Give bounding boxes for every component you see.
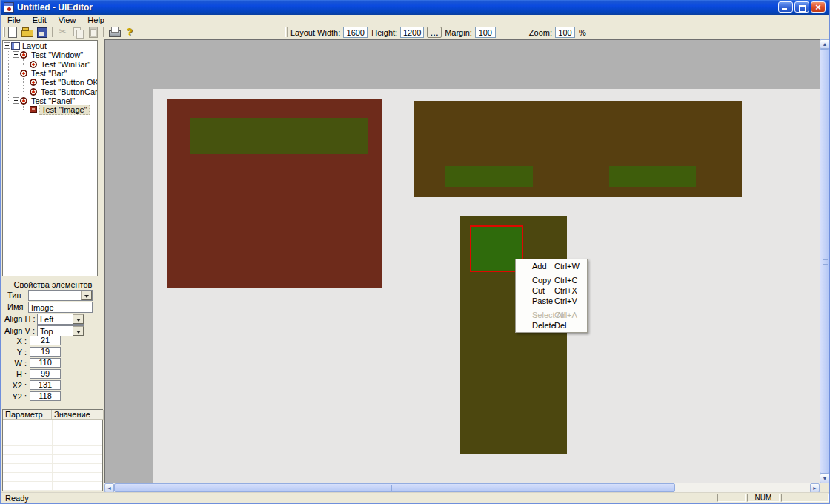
vertical-scrollbar[interactable]: ▲ ▼ <box>820 39 830 483</box>
chevron-down-icon[interactable] <box>73 326 84 336</box>
restore-button[interactable] <box>794 1 809 13</box>
scroll-down-button[interactable]: ▼ <box>820 474 830 483</box>
design-canvas[interactable]: AddCtrl+WCopyCtrl+CCutCtrl+XPasteCtrl+VS… <box>104 39 820 483</box>
layout-tree[interactable]: LayoutTest "Window"Test "WinBar"Test "Ba… <box>2 40 98 276</box>
widget-button-cancel[interactable] <box>609 166 696 187</box>
tree-item[interactable]: Test "Window" <box>3 50 97 59</box>
param-column-header[interactable]: Параметр <box>3 410 52 420</box>
save-icon[interactable] <box>36 26 48 38</box>
tree-item[interactable]: Layout <box>3 42 97 50</box>
value-column-header[interactable]: Значение <box>52 410 104 420</box>
coord-input-y[interactable]: 19 <box>30 347 61 357</box>
toolbar-gripper[interactable] <box>285 27 288 37</box>
chevron-down-icon[interactable] <box>73 314 84 324</box>
open-icon[interactable] <box>21 26 33 38</box>
tree-item[interactable]: Test "Button OK" <box>3 78 97 87</box>
table-row[interactable] <box>3 437 102 446</box>
name-label: Имя <box>7 302 23 311</box>
tree-expander-icon[interactable] <box>13 97 19 104</box>
table-row[interactable] <box>3 446 102 455</box>
tree-item-label[interactable]: Layout <box>21 42 48 50</box>
zoom-label: Zoom: <box>529 28 552 37</box>
tree-expander-icon[interactable] <box>4 42 10 49</box>
table-row[interactable] <box>3 420 102 428</box>
tree-item[interactable]: Test "Bar" <box>3 69 97 78</box>
tree-item-label[interactable]: Test "Window" <box>30 50 84 59</box>
menu-separator <box>517 308 585 308</box>
toolbar-gripper[interactable] <box>3 27 5 37</box>
coord-input-y2[interactable]: 118 <box>30 391 61 401</box>
browse-button[interactable]: ... <box>427 27 442 38</box>
tree-item-label[interactable]: Test "ButtonCancel" <box>39 87 98 96</box>
coord-input-h[interactable]: 99 <box>30 369 61 379</box>
type-combobox[interactable] <box>28 290 93 301</box>
margin-input[interactable] <box>475 27 496 38</box>
vertical-scroll-thumb[interactable] <box>820 49 829 474</box>
tree-item-label[interactable]: Test "Bar" <box>30 69 68 78</box>
coord-input-x2[interactable]: 131 <box>30 380 61 390</box>
layout-width-input[interactable] <box>343 27 368 38</box>
zoom-input[interactable] <box>555 27 575 38</box>
coord-label: Y : <box>1 348 27 357</box>
widget-button-ok[interactable] <box>445 166 533 187</box>
table-row[interactable] <box>3 464 102 473</box>
menu-item-help[interactable]: Help <box>82 16 110 25</box>
context-menu-item-cut[interactable]: CutCtrl+X <box>516 285 587 296</box>
tree-item-label[interactable]: Test "Image" <box>39 105 90 115</box>
help-icon[interactable] <box>123 26 136 38</box>
tree-item-label[interactable]: Test "WinBar" <box>39 60 92 69</box>
tree-item[interactable]: Test "WinBar" <box>3 60 97 69</box>
height-label: Height: <box>371 28 397 37</box>
tree-item[interactable]: Test "Image" <box>3 105 97 114</box>
align-v-combobox[interactable]: Top <box>37 325 84 336</box>
height-input[interactable] <box>400 27 424 38</box>
type-label: Тип <box>7 291 21 299</box>
minimize-button[interactable] <box>778 1 793 13</box>
table-row[interactable] <box>3 473 102 482</box>
context-menu-item-delete[interactable]: DeleteDel <box>516 320 587 331</box>
name-input[interactable] <box>28 302 93 313</box>
app-icon <box>4 2 14 13</box>
coord-label: W : <box>1 359 27 368</box>
widget-icon <box>20 97 27 105</box>
context-menu-item-add[interactable]: AddCtrl+W <box>516 261 587 271</box>
thumb-grip <box>391 485 398 491</box>
coord-label: H : <box>1 370 27 379</box>
coord-input-w[interactable]: 110 <box>30 358 61 368</box>
menu-item-view[interactable]: View <box>53 16 82 25</box>
menu-item-edit[interactable]: Edit <box>27 16 53 25</box>
menu-item-file[interactable]: File <box>1 16 27 25</box>
tree-expander-icon[interactable] <box>13 70 19 76</box>
context-menu-item-copy[interactable]: CopyCtrl+C <box>516 275 587 285</box>
context-menu-item-paste[interactable]: PasteCtrl+V <box>516 296 587 306</box>
table-row[interactable] <box>3 428 102 437</box>
tree-item-label[interactable]: Test "Button OK" <box>39 78 98 87</box>
parameter-table[interactable]: Параметр Значение <box>2 409 103 491</box>
tree-item[interactable]: Test "ButtonCancel" <box>3 87 97 96</box>
scroll-up-button[interactable]: ▲ <box>820 39 830 49</box>
table-row[interactable] <box>3 482 102 491</box>
horizontal-scroll-thumb[interactable] <box>114 483 675 492</box>
toolbar-separator <box>103 27 104 37</box>
coord-input-x[interactable]: 21 <box>30 336 61 345</box>
num-lock-indicator: NUM <box>747 494 780 502</box>
title-bar[interactable]: Untitled - UIEditor <box>1 0 829 15</box>
tree-expander-icon[interactable] <box>13 51 19 58</box>
widget-icon <box>30 88 37 96</box>
align-h-label: Align H : <box>4 314 36 323</box>
coord-label: X : <box>1 336 27 345</box>
layout-icon <box>11 42 20 50</box>
widget-winbar[interactable] <box>190 118 368 154</box>
chevron-down-icon[interactable] <box>81 291 92 300</box>
context-menu: AddCtrl+WCopyCtrl+CCutCtrl+XPasteCtrl+VS… <box>515 259 588 333</box>
table-row[interactable] <box>3 455 102 464</box>
print-icon[interactable] <box>108 26 121 38</box>
shortcut-label: Del <box>554 320 567 331</box>
widget-icon <box>20 70 27 77</box>
status-panel <box>781 494 829 502</box>
widget-icon <box>30 79 37 86</box>
close-button[interactable] <box>811 1 826 13</box>
zoom-unit-label: % <box>579 28 586 37</box>
new-icon[interactable] <box>6 26 19 38</box>
align-h-combobox[interactable]: Left <box>37 314 84 325</box>
